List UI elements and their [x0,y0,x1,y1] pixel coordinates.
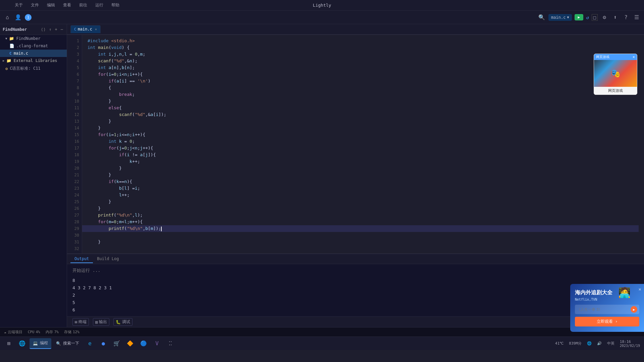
sidebar-mainc-label: main.c [14,51,28,56]
storage-value: 12% [73,330,79,334]
app-label: 编程 [40,340,48,346]
code-content[interactable]: #include <stdio.h> int main(void) { int … [82,35,644,253]
edge-icon: 🌐 [19,340,25,347]
search-label: 搜索一下 [63,341,79,346]
debug-label: 调试 [122,319,130,325]
account-icon[interactable]: 👤 [14,13,22,21]
ad-popup-game[interactable]: 网页游戏 × 🎭 网页游戏 [594,54,637,95]
ad2-play-btn[interactable]: ▶ [631,306,637,313]
bottom-panel: Output Build Log 开始运行 ... 8 4 3 2 7 8 2 … [67,253,644,327]
code-editor[interactable]: 12345 678910 1112131415 1617181920 21222… [67,35,644,253]
tab-label: main.c [78,27,92,32]
statusbar: ☁ 云端项目 CPU 4% 内存 7% 存储 12% [0,327,644,337]
taskbar-app-chrome[interactable]: ● [97,338,109,349]
taskbar-app-ie[interactable]: e [84,338,96,349]
taskbar-right: 41℃ 839M分 🌐 🔊 中英 18:16 2023/02/19 [554,339,641,348]
refresh-button[interactable]: ↺ [586,15,589,20]
tab-output[interactable]: Output [70,255,93,263]
cpu-status[interactable]: CPU 4% [28,330,40,334]
sidebar-item-findnumber[interactable]: ▼ 📁 FindNumber [0,35,67,42]
tab-build-log[interactable]: Build Log [93,255,123,263]
home-icon[interactable]: ⌂ [3,13,11,21]
sidebar-findnumber-label: FindNumber [16,36,40,41]
menu-file[interactable]: 文件 [30,2,40,9]
menu-run[interactable]: 运行 [94,2,105,9]
memory-status[interactable]: 内存 7% [46,329,59,335]
search-icon[interactable]: 🔍 [538,13,546,21]
ad2-watch-btn[interactable]: 立即观看 › [575,317,639,326]
ad2-search-input[interactable] [577,307,629,311]
chevron-down-icon: ▼ [5,37,7,40]
taskbar-app-app2[interactable]: 🔶 [124,338,136,349]
c-icon: C [9,51,12,56]
run-config-chevron[interactable]: ▼ [567,15,569,19]
notification-badge[interactable]: 1 [25,14,32,21]
sidebar-add-icon[interactable]: + [54,27,58,32]
tab-main-c[interactable]: C main.c × [70,25,101,33]
titlebar-left: 关于 文件 编辑 查看 前往 运行 帮助 [4,2,121,9]
chevron-right-icon: ▶ [3,59,4,62]
tray-cpu[interactable]: 839M分 [568,340,583,347]
ad-popup-streaming[interactable]: × 海内外追剧大全 Netflix,TVN ▶ 立即观看 › 🧑‍💻 [570,284,644,332]
menu-goto[interactable]: 前往 [78,2,89,9]
tray-audio-icon[interactable]: 🔊 [596,341,603,346]
storage-label: 存储 [64,329,71,335]
debug-button[interactable]: 🐛 调试 [113,318,132,326]
windows-start-btn[interactable]: ⊞ [3,338,15,349]
cloud-status[interactable]: ☁ 云端项目 [4,329,22,335]
std-icon: ⚙ [5,66,8,71]
ad2-character: 🧑‍💻 [618,287,631,298]
taskbar-app-edge[interactable]: 🌐 [16,338,28,349]
ad2-close-btn[interactable]: × [639,287,641,292]
settings-icon[interactable]: ⚙ [600,13,608,21]
output-button[interactable]: ▤ 输出 [93,318,109,326]
taskbar-app-programming[interactable]: 💻 编程 [30,338,51,349]
stop-button[interactable]: □ [592,14,598,21]
tray-temp[interactable]: 41℃ [554,341,565,346]
taskbar-app-more[interactable]: ⁚⁚ [164,338,176,349]
navbar: ⌂ 👤 1 🔍 main.c ▼ ▶ ↺ □ ⚙ ⬆ ? ☰ [0,11,644,24]
tray-keyboard-icon[interactable]: 中英 [606,340,616,347]
app-title: Lightly [313,3,331,8]
line-numbers: 12345 678910 1112131415 1617181920 21222… [67,35,82,253]
sidebar: ▼ 📁 FindNumber 📄 .clang-format C main.c … [0,35,67,327]
help-icon[interactable]: ? [622,13,630,21]
sidebar-item-c-standard[interactable]: ⚙ C语言标准: C11 [0,64,67,73]
menu-view[interactable]: 查看 [62,2,72,9]
ad1-close-btn[interactable]: × [633,55,635,59]
sidebar-upload-icon[interactable]: ↑ [48,27,52,32]
tray-network-icon[interactable]: 🌐 [586,341,593,346]
sidebar-cstd-label: C语言标准: C11 [10,66,40,71]
sidebar-expand-icon[interactable]: ⟨⟩ [40,27,47,32]
output-line-1: 8 [72,277,639,284]
tray-time[interactable]: 18:16 2023/02/19 [619,339,641,348]
menu-about[interactable]: 关于 [13,2,24,9]
chrome-icon: ● [102,340,105,347]
taskbar-left: ⊞ 🌐 💻 编程 🔍 搜索一下 e ● 🛒 🔶 🔵 V ⁚⁚ [3,338,176,349]
sidebar-extlibs-label: External Libraries [13,58,57,63]
output-line-2: 4 3 2 7 8 2 3 1 [72,284,639,292]
menu-edit[interactable]: 编辑 [46,2,56,9]
sidebar-item-clang-format[interactable]: 📄 .clang-format [0,42,67,50]
titlebar: 关于 文件 编辑 查看 前往 运行 帮助 Lightly [0,0,644,11]
taskbar-search[interactable]: 🔍 搜索一下 [53,338,83,349]
taskbar-app-store[interactable]: 🛒 [111,338,123,349]
taskbar-app-app3[interactable]: 🔵 [138,338,150,349]
sidebar-more-icon[interactable]: ⋯ [60,27,64,32]
sidebar-external-libs[interactable]: ▶ 📁 External Libraries [0,57,67,64]
c-file-icon: C [74,27,76,32]
run-button[interactable]: ▶ [575,14,584,20]
tray-date-value: 2023/02/19 [620,344,640,348]
taskbar-app-vs[interactable]: V [151,338,163,349]
cloud-label: 云端项目 [8,329,22,335]
file-icon: 📄 [9,44,14,48]
gear-icon[interactable]: ☰ [633,13,641,21]
tab-close-icon[interactable]: × [95,27,97,31]
share-icon[interactable]: ⬆ [611,13,619,21]
search-taskbar-icon: 🔍 [56,341,61,346]
storage-status[interactable]: 存储 12% [64,329,79,335]
sidebar-item-main-c[interactable]: C main.c [0,50,67,57]
debug-icon: 🐛 [116,320,121,324]
menu-help[interactable]: 帮助 [110,2,121,9]
terminal-button[interactable]: ⊞ 终端 [72,318,89,326]
